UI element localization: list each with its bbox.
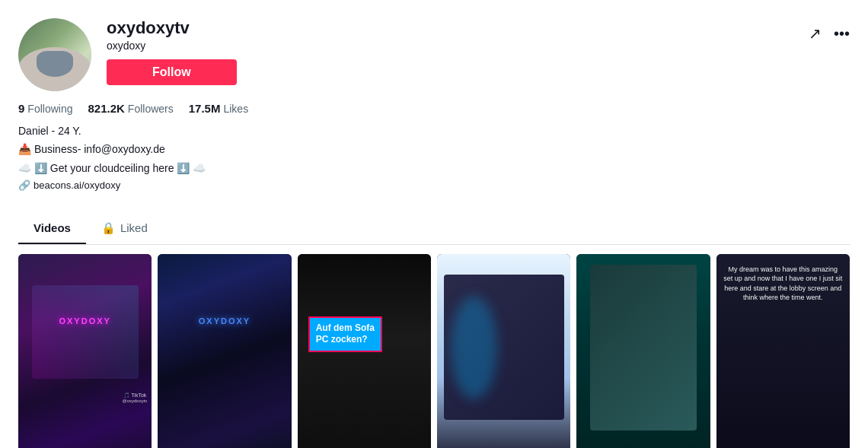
video-card-6[interactable]: My dream was to have this amazing set up… [716,254,850,448]
likes-stat: 17.5M Likes [189,102,248,115]
watermark-1: 🎵 TikTok @oxydoxytv [123,392,148,403]
video-6-overlay: My dream was to have this amazing set up… [723,265,843,303]
list-item: ▷ 7876 Check out the unboxin... [576,254,710,448]
followers-count: 821.2K [88,102,124,115]
video-card-5[interactable]: ▷ 7876 [576,254,710,448]
avatar [18,18,91,91]
video-card-2[interactable]: ▷ 81.6K [158,254,291,448]
bio-link-text: beacons.ai/oxydoxy [34,178,120,194]
list-item: Auf dem SofaPC zocken? ▷ 17.4K Nie wiede… [298,254,431,448]
link-icon: 🔗 [18,178,30,194]
video-card-4[interactable]: ▷ 20.2K [437,254,570,448]
more-options-icon[interactable]: ••• [834,25,850,43]
bio-line-2: 📥 Business- info@oxydoxy.de [18,141,850,157]
video-card-3[interactable]: Auf dem SofaPC zocken? ▷ 17.4K [298,254,431,448]
followers-stat: 821.2K Followers [88,102,173,115]
following-count: 9 [18,102,24,115]
following-stat: 9 Following [18,102,72,115]
list-item: ▷ 81.6K Wait for it 😮 ... [158,254,291,448]
videos-grid: 🎵 TikTok @oxydoxytv ▷ 7513 NOOT NOOT 🤩 .… [0,245,868,448]
tabs: Videos 🔒 Liked [18,214,850,245]
following-label: Following [27,103,72,115]
profile-handle: oxydoxy [107,40,237,52]
share-icon[interactable]: ↗ [809,24,822,43]
followers-label: Followers [128,103,174,115]
tab-liked[interactable]: 🔒 Liked [86,214,163,244]
bio-link[interactable]: 🔗 beacons.ai/oxydoxy [18,178,850,194]
list-item: My dream was to have this amazing set up… [716,254,850,448]
bio-line-3: ☁️ ⬇️ Get your cloudceiling here ⬇️ ☁️ [18,160,850,176]
video-card-1[interactable]: 🎵 TikTok @oxydoxytv ▷ 7513 [18,254,152,448]
list-item: 🎵 TikTok @oxydoxytv ▷ 7513 NOOT NOOT 🤩 .… [18,254,152,448]
profile-username: oxydoxytv [107,18,237,38]
bio-line-1: Daniel - 24 Y. [18,122,850,139]
lock-icon: 🔒 [101,221,116,235]
tab-videos[interactable]: Videos [18,214,86,244]
bio: Daniel - 24 Y. 📥 Business- info@oxydoxy.… [18,122,850,194]
likes-label: Likes [223,103,248,115]
list-item: ▷ 20.2K What do you think abo... [437,254,570,448]
video-3-overlay: Auf dem SofaPC zocken? [308,316,382,352]
follow-button[interactable]: Follow [107,59,237,85]
likes-count: 17.5M [189,102,221,115]
